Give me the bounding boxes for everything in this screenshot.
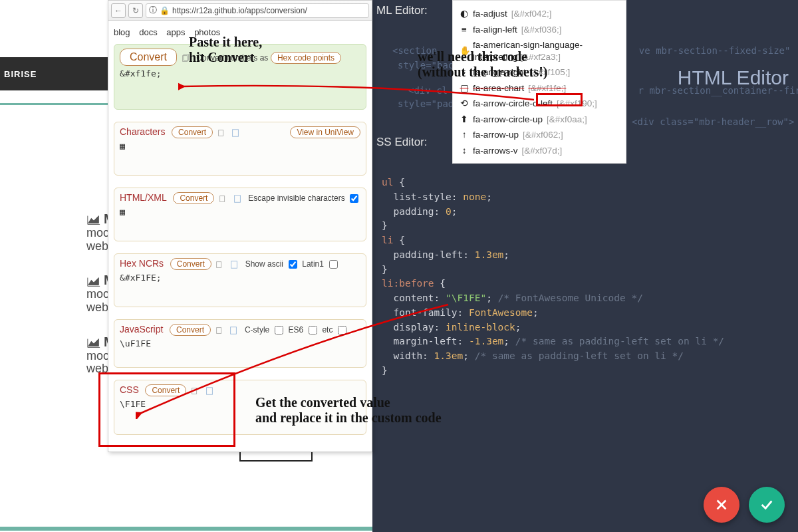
feature-line: moc	[86, 287, 109, 301]
latin1-label: Latin1	[302, 259, 324, 269]
icon-name: fa-arrow-up	[473, 129, 519, 141]
doc-icon[interactable]	[231, 128, 240, 138]
convert-button[interactable]: Convert	[170, 258, 211, 270]
confirm-button[interactable]	[749, 487, 785, 523]
show-ascii-checkbox[interactable]	[289, 260, 297, 269]
icon-row[interactable]: ≡fa-align-left [&#xf036;]	[460, 22, 619, 38]
fa-arrows-v-icon: ↕	[460, 145, 469, 157]
icon-code: [&#xf1fe;]	[528, 82, 566, 94]
fa-area-chart-icon: ▢	[460, 82, 469, 94]
nav-blog[interactable]: blog	[114, 27, 130, 37]
svg-rect-7	[231, 261, 237, 268]
url-text: https://r12a.github.io/apps/conversion/	[172, 6, 307, 15]
feature-line: moc	[86, 349, 109, 362]
latin1-checkbox[interactable]	[329, 260, 338, 269]
icon-code: [&#xf042;]	[511, 8, 552, 20]
cstyle-label: C-style	[245, 325, 269, 334]
htmlxml-section: HTML/XML Convert Escape invisible charac…	[114, 188, 366, 241]
copy-icon[interactable]	[215, 260, 224, 269]
svg-rect-9	[231, 327, 237, 334]
netc-checkbox[interactable]	[338, 326, 346, 334]
back-button[interactable]: ←	[111, 3, 126, 18]
divider-line	[0, 103, 108, 105]
doc-icon[interactable]	[229, 326, 238, 335]
svg-rect-2	[218, 130, 223, 136]
icon-code: [&#xf0aa;]	[547, 114, 587, 126]
icon-name: fa-area-chart	[473, 82, 524, 94]
copy-icon[interactable]	[215, 326, 224, 335]
icon-list-panel: ◐fa-adjust [&#xf042;] ≡fa-align-left [&#…	[452, 0, 626, 164]
nav-apps[interactable]: apps	[166, 27, 185, 37]
hexncr-output[interactable]: &#xF1FE;	[120, 273, 360, 283]
fa-arrow-up-icon: ↑	[460, 129, 469, 141]
cancel-button[interactable]	[704, 487, 739, 523]
convert-button[interactable]: Convert	[120, 49, 177, 66]
doc-icon[interactable]	[229, 260, 239, 269]
birise-label: BIRISE	[0, 57, 108, 90]
cstyle-checkbox[interactable]	[275, 326, 283, 334]
area-chart-icon	[86, 337, 101, 349]
icon-name: fa-arrows-v	[473, 145, 518, 157]
doc-icon[interactable]	[233, 194, 242, 203]
section-title: Characters	[120, 126, 165, 137]
annotation-need-code: we'll need this code (without the bracke…	[418, 49, 548, 80]
icon-row[interactable]: ⬆fa-arrow-circle-up [&#xf0aa;]	[460, 112, 619, 128]
annotation-replace: Get the converted value and replace it i…	[255, 395, 442, 426]
escape-checkbox[interactable]	[350, 194, 358, 203]
convert-button[interactable]: Convert	[173, 192, 214, 204]
characters-output[interactable]: ▦	[120, 141, 360, 151]
svg-rect-3	[233, 129, 239, 136]
javascript-output[interactable]: \uF1FE	[120, 338, 360, 348]
css-editor-content[interactable]: ul { list-style: none; padding: 0; } li …	[382, 176, 724, 378]
es6-label: ES6	[288, 325, 303, 334]
icon-code: [&#xf07d;]	[522, 145, 563, 157]
icon-name: fa-align-left	[473, 24, 517, 36]
address-bar: ← ↻ ⓘ 🔒 https://r12a.github.io/apps/conv…	[108, 1, 372, 21]
htmlxml-output[interactable]: ▦	[120, 207, 360, 217]
feature-line: web	[86, 239, 108, 253]
highlight-css-section-box	[98, 372, 235, 447]
hexncr-section: Hex NCRs Convert Show ascii Latin1 &#xF1…	[114, 253, 366, 307]
divider-line-bottom	[0, 527, 372, 531]
copy-icon[interactable]	[217, 128, 226, 138]
bg-code-line: <div class="mbr-header__row">	[632, 116, 794, 127]
hex-code-points-pill[interactable]: Hex code points	[271, 52, 341, 64]
icon-row[interactable]: ↕fa-arrows-v [&#xf07d;]	[460, 143, 619, 159]
nav-docs[interactable]: docs	[139, 27, 157, 37]
convert-button[interactable]: Convert	[170, 324, 211, 336]
convert-button[interactable]: Convert	[172, 126, 213, 138]
feature-line: moc	[86, 226, 109, 239]
fa-arrow-circle-up-icon: ⬆	[460, 114, 469, 126]
icon-name: fa-arrow-circle-up	[473, 114, 543, 126]
url-field[interactable]: ⓘ 🔒 https://r12a.github.io/apps/conversi…	[146, 3, 369, 18]
icon-row[interactable]: ↑fa-arrow-up [&#xf062;]	[460, 127, 619, 143]
css-editor-label: SS Editor:	[376, 136, 428, 149]
reload-button[interactable]: ↻	[128, 3, 143, 18]
area-chart-icon	[86, 276, 101, 288]
svg-rect-6	[217, 261, 221, 267]
icon-row[interactable]: ◐fa-adjust [&#xf042;]	[460, 6, 619, 22]
icon-code: [&#xf036;]	[521, 24, 562, 36]
escape-label: Escape invisible characters	[248, 194, 344, 203]
convert-input-value[interactable]: &#xf1fe;	[120, 68, 360, 78]
annotation-paste: Paste it here, hit Convert	[189, 35, 262, 65]
icon-name: fa-adjust	[473, 8, 507, 20]
lock-icon: 🔒	[160, 6, 170, 15]
copy-icon[interactable]	[218, 194, 227, 203]
view-uniview-button[interactable]: View in UniView	[290, 126, 360, 138]
svg-rect-8	[216, 327, 221, 333]
show-ascii-label: Show ascii	[245, 259, 283, 269]
html-editor-label: ML Editor:	[376, 4, 428, 17]
javascript-section: JavaScript Convert C-style ES6 etc \uF1F…	[114, 319, 366, 368]
feature-line: web	[86, 301, 108, 314]
characters-section: Characters Convert View in UniView ▦	[114, 122, 366, 176]
fa-adjust-icon: ◐	[460, 8, 469, 20]
section-title: JavaScript	[120, 324, 163, 334]
fa-arrow-circle-o-left-icon: ⟲	[460, 98, 469, 110]
es6-checkbox[interactable]	[309, 326, 317, 334]
fa-align-left-icon: ≡	[460, 24, 469, 36]
section-title: HTML/XML	[120, 192, 167, 203]
svg-rect-4	[220, 196, 225, 201]
area-chart-icon	[86, 214, 101, 226]
highlight-code-box	[536, 93, 583, 106]
